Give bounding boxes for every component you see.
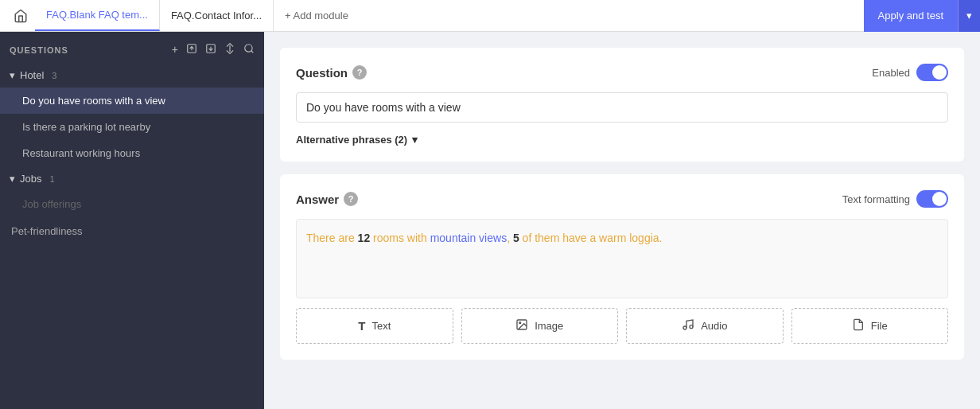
answer-card-header: Answer ? Text formatting	[296, 190, 948, 208]
sort-icon[interactable]	[224, 43, 235, 56]
sidebar-header: QUESTIONS +	[0, 32, 264, 63]
topbar-right: Apply and test ▾	[864, 0, 980, 32]
tab-faq-blank[interactable]: FAQ.Blank FAQ tem...	[35, 0, 160, 31]
svg-line-6	[251, 51, 254, 53]
group-hotel-label: Hotel	[20, 69, 44, 81]
text-icon: T	[358, 319, 365, 333]
answer-text-3: rooms with	[370, 232, 430, 244]
audio-button-label: Audio	[701, 320, 727, 332]
answer-text-7: of them have a warm loggia.	[519, 232, 663, 244]
answer-content-area[interactable]: There are 12 rooms with mountain views, …	[296, 219, 948, 298]
sidebar-toolbar: +	[172, 43, 255, 56]
answer-text-6: 5	[513, 232, 519, 244]
sidebar-item-parking[interactable]: Is there a parking lot nearby	[0, 114, 264, 140]
home-button[interactable]	[6, 2, 35, 30]
sidebar-title: QUESTIONS	[10, 45, 165, 55]
upload-icon[interactable]	[186, 43, 197, 56]
content-area: Question ? Enabled Alternative phrases (…	[264, 32, 980, 409]
add-module-button[interactable]: + Add module	[274, 10, 360, 21]
alt-phrases-toggle[interactable]: Alternative phrases (2) ▾	[296, 134, 948, 146]
file-icon	[852, 318, 865, 333]
image-icon	[515, 318, 528, 333]
answer-text-4: mountain views	[430, 232, 508, 244]
svg-point-9	[683, 326, 686, 329]
question-label: Question	[296, 66, 348, 80]
download-icon[interactable]	[205, 43, 216, 56]
add-question-icon[interactable]: +	[172, 43, 178, 56]
group-hotel[interactable]: ▾ Hotel 3	[0, 63, 264, 88]
answer-action-buttons: T Text Image Audio	[296, 308, 948, 344]
audio-icon	[682, 318, 694, 333]
alt-phrases-chevron-icon: ▾	[412, 134, 418, 146]
question-card: Question ? Enabled Alternative phrases (…	[280, 48, 964, 162]
svg-point-5	[245, 45, 252, 52]
svg-point-10	[690, 325, 693, 329]
enabled-toggle[interactable]	[916, 64, 948, 81]
sidebar-item-pet-friendliness[interactable]: Pet-friendliness	[0, 217, 264, 245]
question-input[interactable]	[296, 92, 948, 123]
topbar: FAQ.Blank FAQ tem... FAQ.Contact Infor..…	[0, 0, 980, 32]
apply-dropdown-arrow[interactable]: ▾	[958, 0, 980, 32]
text-button[interactable]: T Text	[296, 308, 453, 344]
text-formatting-label: Text formatting	[842, 193, 910, 205]
file-button-label: File	[871, 320, 888, 332]
alt-phrases-label: Alternative phrases (2)	[296, 134, 407, 146]
answer-text-5: ,	[507, 232, 513, 244]
sidebar-item-job-offerings[interactable]: Job offerings	[0, 191, 264, 217]
text-formatting-toggle[interactable]	[916, 190, 948, 208]
answer-label: Answer	[296, 193, 339, 206]
answer-text-1: There are	[306, 232, 358, 244]
question-card-header: Question ? Enabled	[296, 64, 948, 81]
tab-faq-contact[interactable]: FAQ.Contact Infor...	[160, 0, 274, 31]
svg-point-8	[519, 322, 521, 324]
enabled-label: Enabled	[872, 67, 910, 79]
apply-and-test-button[interactable]: Apply and test	[864, 0, 958, 32]
search-icon[interactable]	[243, 43, 255, 56]
audio-button[interactable]: Audio	[626, 308, 784, 344]
question-help-icon[interactable]: ?	[352, 65, 367, 80]
chevron-jobs-icon: ▾	[10, 173, 15, 185]
main-layout: QUESTIONS + ▾ Hotel 3	[0, 32, 980, 409]
sidebar-item-restaurant[interactable]: Restaurant working hours	[0, 140, 264, 166]
answer-card: Answer ? Text formatting There are 12 ro…	[280, 174, 964, 360]
answer-text-2: 12	[358, 232, 371, 244]
text-button-label: Text	[371, 320, 391, 332]
group-jobs-count: 1	[49, 174, 54, 184]
chevron-hotel-icon: ▾	[10, 69, 15, 81]
sidebar-item-rooms-view[interactable]: Do you have rooms with a view	[0, 88, 264, 114]
file-button[interactable]: File	[791, 308, 949, 344]
image-button-label: Image	[535, 320, 563, 332]
sidebar: QUESTIONS + ▾ Hotel 3	[0, 32, 264, 409]
group-hotel-count: 3	[52, 71, 56, 80]
image-button[interactable]: Image	[461, 308, 619, 344]
answer-help-icon[interactable]: ?	[344, 192, 358, 206]
group-jobs[interactable]: ▾ Jobs 1	[0, 166, 264, 191]
group-jobs-label: Jobs	[20, 173, 41, 185]
